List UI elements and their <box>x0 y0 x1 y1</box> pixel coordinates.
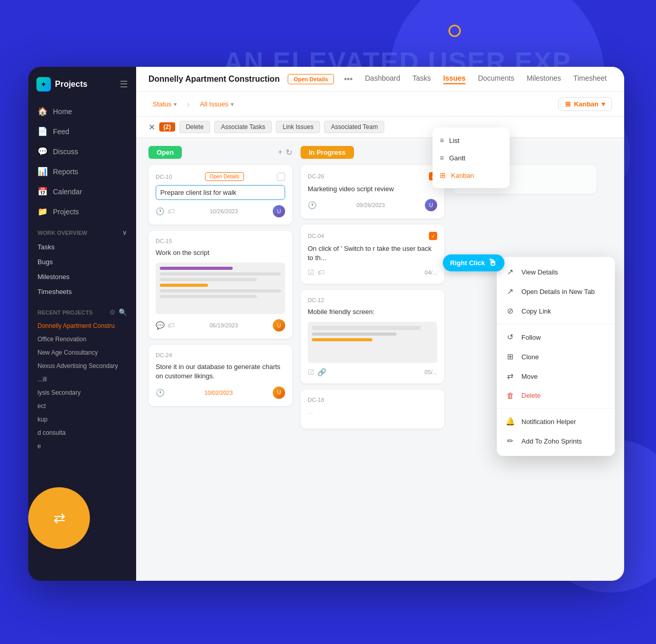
status-arrow: ▾ <box>174 101 177 108</box>
nav-item-calendar[interactable]: 📅 Calendar <box>32 182 132 201</box>
recent-projects-label: Recent Projects <box>38 309 93 316</box>
clone-icon: ⊞ <box>505 352 515 361</box>
project-item-9[interactable]: d consulta <box>32 426 132 439</box>
context-follow[interactable]: ↺ Follow <box>497 327 615 347</box>
status-filter[interactable]: Status ▾ <box>148 98 181 110</box>
dc24-date: 10/02/2023 <box>204 390 233 396</box>
more-options-icon[interactable]: ••• <box>344 75 353 84</box>
logo-icon: ✦ <box>36 77 51 91</box>
project-item-office[interactable]: Office Renovation <box>32 333 132 346</box>
recent-projects-header: Recent Projects ⚙ 🔍 <box>32 304 132 319</box>
tab-issues[interactable]: Issues <box>443 74 466 84</box>
dc10-date: 10/26/2023 <box>210 208 238 214</box>
all-issues-filter[interactable]: All Issues ▾ <box>196 98 238 110</box>
nav-label-feed: Feed <box>53 127 69 136</box>
list-label: List <box>449 137 459 144</box>
context-open-new-tab[interactable]: ↗ Open Details in New Tab <box>497 282 615 301</box>
tab-documents[interactable]: Documents <box>478 74 514 84</box>
nav-item-reports[interactable]: 📊 Reports <box>32 162 132 181</box>
open-details-button[interactable]: Open Details <box>288 74 333 84</box>
kanban-dropdown-label: Kanban <box>451 172 474 179</box>
tab-dashboard[interactable]: Dashboard <box>365 74 400 84</box>
card-dc12: DC-12 Mobile friendly screen: ☑ 🔗 <box>301 290 444 383</box>
tab-tasks[interactable]: Tasks <box>413 74 431 84</box>
open-refresh-icon[interactable]: ↻ <box>286 148 292 157</box>
context-menu: ↗ View Details ↗ Open Details in New Tab… <box>497 257 615 456</box>
nav-label-discuss: Discuss <box>53 148 78 156</box>
hamburger-icon[interactable]: ☰ <box>120 79 128 90</box>
work-item-timesheets[interactable]: Timesheets <box>28 284 136 299</box>
project-item-donnelly[interactable]: Donnelly Apartment Constru <box>32 319 132 333</box>
context-notification-helper[interactable]: 🔔 Notification Helper <box>497 412 615 431</box>
filter-icon[interactable]: ⚙ <box>109 308 116 316</box>
dc15-id-row: DC-15 <box>156 238 285 244</box>
status-label: Status <box>153 100 172 108</box>
orange-circle-button[interactable]: ⇄ <box>28 487 90 549</box>
delete-label: Delete <box>521 392 541 399</box>
kanban-view-button[interactable]: ⊞ Kanban ▾ <box>558 97 612 111</box>
dc10-checkbox[interactable] <box>277 173 285 181</box>
kanban-dropdown: ≡ List ≡ Gantt ⊞ Kanban <box>433 127 510 188</box>
add-zoho-label: Add To Zoho Sprints <box>521 437 582 445</box>
associated-team-button[interactable]: Associated Team <box>324 121 384 133</box>
dc10-open-details[interactable]: Open Details <box>205 172 244 181</box>
context-clone[interactable]: ⊞ Clone <box>497 347 615 366</box>
dropdown-gantt[interactable]: ≡ Gantt <box>433 149 510 167</box>
tab-timesheet[interactable]: Timesheet <box>573 74 607 84</box>
dc26-date: 09/26/2023 <box>357 202 385 208</box>
work-item-milestones[interactable]: Milestones <box>28 269 136 284</box>
project-item-5[interactable]: ...ill <box>32 373 132 386</box>
reports-icon: 📊 <box>38 167 48 176</box>
dropdown-kanban[interactable]: ⊞ Kanban <box>433 167 510 184</box>
recent-projects-section: Recent Projects ⚙ 🔍 Donnelly Apartment C… <box>28 304 136 453</box>
expand-icon[interactable]: ∨ <box>122 229 127 236</box>
nav-item-projects[interactable]: 📁 Projects <box>32 202 132 221</box>
tab-milestones[interactable]: Milestones <box>527 74 561 84</box>
dc04-date: 04/... <box>425 269 437 275</box>
work-item-bugs[interactable]: Bugs <box>28 254 136 269</box>
feed-icon: 📄 <box>38 126 48 136</box>
all-issues-arrow: ▾ <box>231 101 234 108</box>
shuffle-icon: ⇄ <box>53 510 65 527</box>
copy-link-icon: ⊘ <box>505 306 515 316</box>
follow-label: Follow <box>521 334 541 341</box>
dc10-clock-icon: 🕐 <box>156 207 164 215</box>
dc15-avatar: U <box>273 319 285 332</box>
home-icon: 🏠 <box>38 106 48 116</box>
nav-item-home[interactable]: 🏠 Home <box>32 102 132 121</box>
dc10-footer: 🕐 🏷 10/26/2023 U <box>156 205 285 217</box>
project-item-6[interactable]: lysis Secondary <box>32 386 132 399</box>
project-title: Donnelly Apartment Construction <box>148 75 279 84</box>
kanban-arrow: ▾ <box>602 100 605 108</box>
nav-item-discuss[interactable]: 💬 Discuss <box>32 142 132 161</box>
dc12-thumbnail <box>308 322 437 363</box>
project-item-8[interactable]: kup <box>32 413 132 426</box>
delete-action-button[interactable]: Delete <box>179 121 211 133</box>
search-icon[interactable]: 🔍 <box>119 308 127 316</box>
nav-item-feed[interactable]: 📄 Feed <box>32 122 132 141</box>
link-issues-button[interactable]: Link Issues <box>276 121 320 133</box>
dc10-id: DC-10 <box>156 174 172 180</box>
context-copy-link[interactable]: ⊘ Copy Link <box>497 301 615 321</box>
context-view-details[interactable]: ↗ View Details <box>497 262 615 282</box>
gantt-label: Gantt <box>449 154 465 162</box>
dc04-checkbox[interactable]: ✓ <box>429 232 437 240</box>
project-item-10[interactable]: e <box>32 439 132 453</box>
dc26-footer: 🕐 09/26/2023 U <box>308 199 437 211</box>
delete-icon: 🗑 <box>505 391 515 400</box>
context-add-zoho[interactable]: ✏ Add To Zoho Sprints <box>497 431 615 451</box>
context-move[interactable]: ⇄ Move <box>497 366 615 386</box>
associate-tasks-button[interactable]: Associate Tasks <box>214 121 272 133</box>
dc10-title-input[interactable] <box>156 185 285 200</box>
project-item-newage[interactable]: New Age Consultancy <box>32 346 132 359</box>
notification-helper-label: Notification Helper <box>521 418 576 426</box>
project-item-7[interactable]: ect <box>32 399 132 413</box>
open-add-icon[interactable]: + <box>278 148 283 157</box>
dropdown-list[interactable]: ≡ List <box>433 132 510 149</box>
work-item-tasks[interactable]: Tasks <box>28 240 136 254</box>
nav-label-home: Home <box>53 107 72 116</box>
context-delete[interactable]: 🗑 Delete <box>497 386 615 405</box>
dc24-id-row: DC-24 <box>156 352 285 358</box>
project-item-nexus[interactable]: Nexus Advertising Secondary <box>32 359 132 373</box>
close-selection-icon[interactable]: ✕ <box>148 122 155 132</box>
